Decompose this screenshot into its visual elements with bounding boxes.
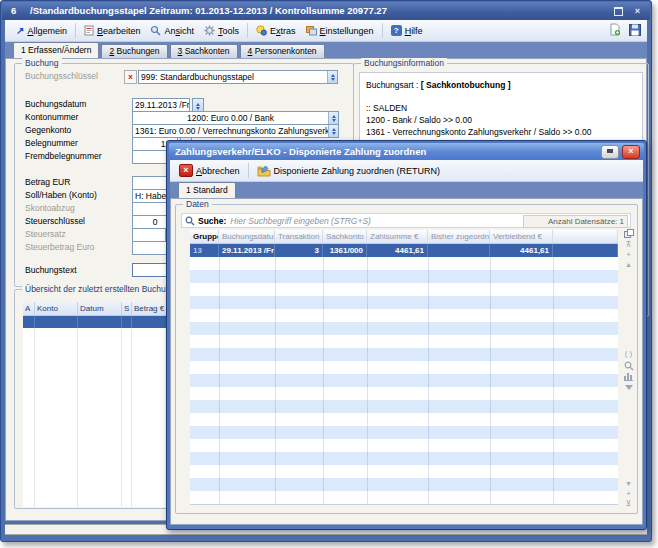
col-verbleibend[interactable]: Verbleibend € xyxy=(490,230,553,243)
toolbar-separator xyxy=(382,23,383,38)
filter-icon[interactable] xyxy=(622,383,635,392)
export-icon[interactable] xyxy=(622,229,635,240)
col-a[interactable]: A xyxy=(23,302,35,315)
label-betrag-eur: Betrag EUR xyxy=(25,177,70,187)
tab-personenkonten[interactable]: 4 Personenkonten xyxy=(240,44,325,58)
abort-button[interactable]: × Abbrechen xyxy=(174,162,245,179)
col-s[interactable]: S xyxy=(122,302,132,315)
dialog-toolbar: × Abbrechen Disponierte Zahlung zuordnen… xyxy=(170,160,643,182)
help-icon: ? xyxy=(391,25,402,36)
restore-icon[interactable] xyxy=(612,5,625,17)
spinner-icon[interactable] xyxy=(328,125,338,137)
cell-gruppe: 13 xyxy=(190,244,219,257)
col-konto[interactable]: Konto xyxy=(35,302,78,315)
scroll-page-up-icon[interactable]: + xyxy=(622,250,635,259)
assign-icon xyxy=(257,165,271,177)
menu-item-bearbeiten[interactable]: Bearbeiten xyxy=(79,23,146,38)
clear-icon[interactable]: x xyxy=(124,70,137,84)
col-zahlsumme[interactable]: Zahlsumme € xyxy=(367,230,428,243)
assign-payment-button[interactable]: Disponierte Zahlung zuordnen (RETURN) xyxy=(252,163,446,179)
table-side-controls: ⊼ + ▴ ( ) ▾ + ⊻ xyxy=(622,229,635,509)
buchungsschluessel-select[interactable]: 999: Standardbuchungsstapel xyxy=(138,70,338,84)
main-tabstrip: 1 Erfassen/Ändern 2 Buchungen 3 Sachkont… xyxy=(5,42,647,58)
dialog-body: Daten Suche: Hier Suchbegriff eingeben (… xyxy=(170,198,643,525)
shade-icon[interactable] xyxy=(601,145,619,159)
menu-item-hilfe[interactable]: ? Hilfe xyxy=(386,23,428,38)
payments-table-body[interactable] xyxy=(190,257,618,505)
payments-table-header: Gruppe Buchungsdatum Transaktion Sachkon… xyxy=(190,230,618,244)
label-gegenkonto: Gegenkonto xyxy=(25,125,71,135)
scroll-top-icon[interactable]: ⊼ xyxy=(622,240,635,249)
kontonummer-select[interactable]: 1200: Euro 0.00 / Bank xyxy=(132,111,339,125)
chart-icon[interactable] xyxy=(622,372,635,383)
daten-group: Daten Suche: Hier Suchbegriff eingeben (… xyxy=(175,204,638,514)
toolbar-separator xyxy=(247,23,248,38)
brackets-icon[interactable]: ( ) xyxy=(622,349,635,358)
buchungsdatum-input[interactable]: 29.11.2013 /Fr xyxy=(132,98,190,112)
menu-item-ansicht[interactable]: Ansicht xyxy=(145,23,199,38)
search-label: Suche: xyxy=(198,216,226,226)
scroll-up-icon[interactable]: ▴ xyxy=(622,260,635,269)
cell-buchungsdatum: 29.11.2013 /Fr xyxy=(219,244,275,257)
dialog-titlebar: Zahlungsverkehr/ELKO - Disponierte Zahlu… xyxy=(169,143,644,160)
settings-icon xyxy=(306,25,317,36)
extras-icon xyxy=(256,25,267,36)
menu-item-extras[interactable]: Extras xyxy=(251,23,301,38)
page-title: /Standardbuchungsstapel Zeitraum: 01.201… xyxy=(30,2,387,20)
label-skontoabzug: Skontoabzug xyxy=(25,203,75,213)
group-title: Übersicht der zuletzt erstellten Buchung… xyxy=(22,284,188,294)
steuersatz-input[interactable] xyxy=(132,228,166,242)
save-icon[interactable] xyxy=(629,24,641,36)
dialog-title: Zahlungsverkehr/ELKO - Disponierte Zahlu… xyxy=(175,146,426,157)
col-sachkonto[interactable]: Sachkonto xyxy=(323,230,367,243)
gear-icon xyxy=(204,25,215,36)
menu-item-allgemein[interactable]: ↗ Allgemein xyxy=(11,24,72,38)
tab-sachkonten[interactable]: 3 Sachkonten xyxy=(170,44,238,58)
main-menubar: ↗ Allgemein Bearbeiten Ansicht Tools Ext… xyxy=(5,20,647,42)
screen: 6 /Standardbuchungsstapel Zeitraum: 01.2… xyxy=(0,0,658,548)
col-gruppe[interactable]: Gruppe xyxy=(190,230,219,243)
menu-item-tools[interactable]: Tools xyxy=(199,23,244,38)
scroll-page-down-icon[interactable]: + xyxy=(622,489,635,498)
abort-icon: × xyxy=(179,164,193,177)
payment-row-selected[interactable]: 13 29.11.2013 /Fr 3 1361/000 4461,61 446… xyxy=(190,244,618,257)
col-buchungsdatum[interactable]: Buchungsdatum xyxy=(219,230,275,243)
titlebar-number: 6 xyxy=(11,2,16,20)
label-kontonummer: Kontonummer xyxy=(25,112,78,122)
toolbar-separator xyxy=(248,163,249,178)
label-fremdbelegnummer: Fremdbelegnummer xyxy=(25,151,102,161)
main-titlebar: 6 /Standardbuchungsstapel Zeitraum: 01.2… xyxy=(2,2,650,20)
spinner-icon[interactable] xyxy=(327,71,337,83)
tab-standard[interactable]: 1 Standard xyxy=(178,182,236,198)
new-document-icon[interactable] xyxy=(609,23,621,36)
tab-erfassen-aendern[interactable]: 1 Erfassen/Ändern xyxy=(13,42,99,58)
cell-transaktion: 3 xyxy=(275,244,323,257)
spinner-icon[interactable] xyxy=(328,112,338,124)
search-icon xyxy=(185,216,195,226)
scroll-down-icon[interactable]: ▾ xyxy=(622,479,635,488)
label-belegnummer: Belegnummer xyxy=(25,138,78,148)
magnifier-icon xyxy=(150,25,161,36)
close-icon[interactable]: × xyxy=(631,5,644,17)
search-placeholder: Hier Suchbegriff eingeben (STRG+S) xyxy=(230,216,371,226)
cell-sachkonto: 1361/000 xyxy=(323,244,367,257)
col-datum[interactable]: Datum xyxy=(78,302,122,315)
edit-icon xyxy=(84,25,94,36)
menu-item-einstellungen[interactable]: Einstellungen xyxy=(301,23,379,38)
gegenkonto-select[interactable]: 1361: Euro 0.00 / Verrechnungskonto Zahl… xyxy=(132,124,339,138)
label-steuerbetrag: Steuerbetrag Euro xyxy=(25,242,94,252)
cell-bisher xyxy=(428,244,490,257)
dialog-close-icon[interactable]: × xyxy=(622,145,640,159)
arrow-ne-icon: ↗ xyxy=(16,26,24,36)
group-title: Buchungsinformation xyxy=(361,58,447,68)
search-bar[interactable]: Suche: Hier Suchbegriff eingeben (STRG+S… xyxy=(181,213,631,228)
col-transaktion[interactable]: Transaktion xyxy=(275,230,323,243)
dialog-window: Zahlungsverkehr/ELKO - Disponierte Zahlu… xyxy=(166,140,647,530)
cell-verbleibend: 4461,61 xyxy=(490,244,553,257)
tab-buchungen[interactable]: 2 Buchungen xyxy=(101,44,167,58)
col-bisher-zugeordnet[interactable]: Bisher zugeordnet xyxy=(428,230,490,243)
payments-table: Gruppe Buchungsdatum Transaktion Sachkon… xyxy=(190,230,618,505)
record-count: Anzahl Datensätze: 1 xyxy=(523,215,628,228)
label-buchungsdatum: Buchungsdatum xyxy=(25,99,86,109)
scroll-bottom-icon[interactable]: ⊻ xyxy=(622,499,635,508)
